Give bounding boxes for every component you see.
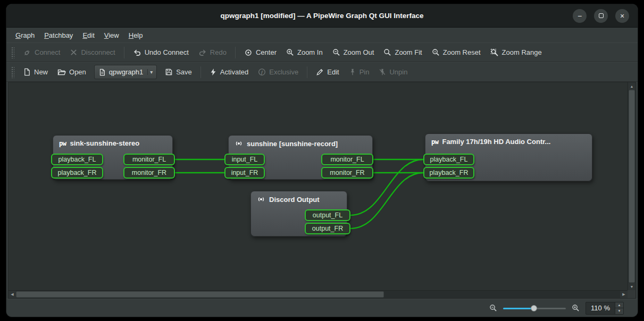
new-file-icon (23, 68, 31, 76)
menu-help[interactable]: Help (124, 29, 148, 41)
spin-down-button[interactable]: ▼ (615, 308, 623, 314)
zoom-value: 110 % (586, 302, 615, 314)
connect-label: Connect (35, 48, 60, 56)
zoom-out-label: Zoom Out (344, 48, 374, 56)
menu-patchbay[interactable]: Patchbay (39, 29, 78, 41)
zoom-spinbox[interactable]: 110 % ▲ ▼ (586, 302, 624, 315)
redo-button[interactable]: Redo (194, 45, 231, 60)
titlebar: qpwgraph1 [modified] — A PipeWire Graph … (6, 4, 638, 28)
zoom-reset-button[interactable]: Zoom Reset (427, 45, 486, 60)
zoom-slider[interactable] (503, 304, 566, 312)
zoom-range-button[interactable]: Zoom Range (486, 45, 547, 60)
port-output-fl[interactable]: output_FL (305, 209, 350, 221)
port-monitor-fl[interactable]: monitor_FL (123, 154, 175, 165)
chevron-down-icon: ▾ (147, 69, 153, 75)
pin-button[interactable]: Pin (344, 64, 374, 80)
exclusive-label: Exclusive (269, 68, 298, 76)
port-playback-fr[interactable]: playback_FR (51, 167, 103, 179)
spin-buttons: ▲ ▼ (615, 302, 623, 314)
toolbar-separator (307, 66, 307, 78)
center-button[interactable]: Center (239, 45, 281, 60)
open-button[interactable]: Open (53, 64, 91, 80)
activated-button[interactable]: Activated (205, 64, 253, 80)
new-button[interactable]: New (18, 64, 53, 80)
pin-icon (349, 68, 356, 76)
node-title: Discord Output (269, 196, 320, 204)
save-button[interactable]: Save (160, 64, 197, 80)
scroll-right-arrow[interactable]: ▶ (620, 291, 628, 298)
port-playback-fl[interactable]: playback_FL (51, 154, 103, 165)
zoom-in-icon[interactable] (572, 304, 580, 312)
disconnect-button[interactable]: Disconnect (65, 45, 120, 60)
minimize-icon: − (578, 12, 582, 20)
minimize-button[interactable]: − (573, 9, 587, 23)
toolbar-drag-handle[interactable] (11, 66, 14, 78)
redo-icon (198, 48, 207, 57)
disconnect-icon (70, 48, 78, 56)
zoom-fit-button[interactable]: Zoom Fit (379, 45, 426, 60)
port-playback-fl[interactable]: playback_FL (423, 154, 474, 165)
maximize-button[interactable] (594, 9, 608, 23)
redo-label: Redo (210, 48, 227, 56)
horizontal-scrollbar[interactable]: ◀ ▶ (9, 290, 628, 298)
scroll-down-arrow[interactable]: ▼ (628, 283, 635, 290)
connect-icon (23, 48, 31, 57)
edit-label: Edit (327, 68, 339, 76)
save-label: Save (176, 68, 192, 76)
zoom-range-icon (490, 48, 499, 57)
session-combo-value: qpwgraph1 (109, 68, 143, 76)
app-window: qpwgraph1 [modified] — A PipeWire Graph … (6, 4, 638, 317)
port-monitor-fr[interactable]: monitor_FR (321, 167, 373, 179)
maximize-icon (599, 13, 604, 18)
vertical-scrollbar[interactable]: ▲ ▼ (628, 82, 635, 290)
horizontal-scroll-thumb[interactable] (16, 291, 384, 298)
port-input-fl[interactable]: input_FL (224, 154, 265, 165)
unpin-label: Unpin (389, 68, 407, 76)
unpin-icon (379, 68, 386, 76)
zoom-in-button[interactable]: Zoom In (281, 45, 328, 60)
spin-up-button[interactable]: ▲ (615, 302, 623, 309)
unpin-button[interactable]: Unpin (374, 64, 412, 80)
pencil-icon (316, 68, 324, 76)
scroll-up-arrow[interactable]: ▲ (628, 82, 635, 90)
zoom-in-label: Zoom In (297, 48, 323, 56)
menu-edit[interactable]: Edit (78, 29, 99, 41)
toolbar-graph: Connect Disconnect Undo Connect Redo (6, 43, 638, 62)
port-input-fr[interactable]: input_FR (224, 167, 265, 179)
port-monitor-fr[interactable]: monitor_FR (123, 167, 175, 179)
menu-view[interactable]: View (99, 29, 124, 41)
zoom-reset-label: Zoom Reset (443, 48, 481, 56)
zoom-fit-icon (383, 48, 391, 56)
edit-button[interactable]: Edit (311, 64, 344, 80)
vertical-scroll-thumb[interactable] (629, 90, 635, 283)
toolbar-file: New Open qpwgraph1 ▾ Save Ac (6, 62, 638, 82)
exclusive-button[interactable]: f Exclusive (253, 64, 303, 80)
undo-connect-button[interactable]: Undo Connect (128, 45, 194, 60)
session-combo[interactable]: qpwgraph1 ▾ (94, 65, 157, 79)
scroll-left-arrow[interactable]: ◀ (9, 291, 16, 298)
connect-button[interactable]: Connect (18, 45, 65, 60)
window-controls: − × (573, 4, 629, 27)
zoom-out-icon[interactable] (489, 304, 497, 312)
zoom-out-button[interactable]: Zoom Out (328, 45, 379, 60)
port-output-fr[interactable]: output_FR (305, 223, 350, 234)
document-icon (98, 69, 106, 76)
pin-label: Pin (359, 68, 370, 76)
lightning-icon (210, 68, 217, 76)
zoom-fit-label: Zoom Fit (395, 48, 422, 56)
node-title: Family 17h/19h HD Audio Contr... (442, 138, 550, 146)
connections-layer (9, 82, 628, 290)
menu-graph[interactable]: Graph (11, 29, 39, 41)
toolbar-separator (235, 47, 236, 58)
center-icon (244, 48, 253, 57)
zoom-slider-handle[interactable] (531, 305, 537, 311)
close-button[interactable]: × (615, 9, 629, 23)
toolbar-drag-handle[interactable] (11, 47, 14, 58)
zoom-range-label: Zoom Range (502, 48, 542, 56)
scrollbar-corner (628, 290, 635, 298)
port-monitor-fl[interactable]: monitor_FL (321, 154, 373, 165)
port-playback-fr[interactable]: playback_FR (423, 167, 474, 179)
pipewire-icon: pw (59, 140, 66, 147)
node-title: sink-sunshine-stereo (70, 139, 139, 147)
graph-canvas[interactable]: pw sink-sunshine-stereo playback_FL play… (9, 82, 628, 290)
